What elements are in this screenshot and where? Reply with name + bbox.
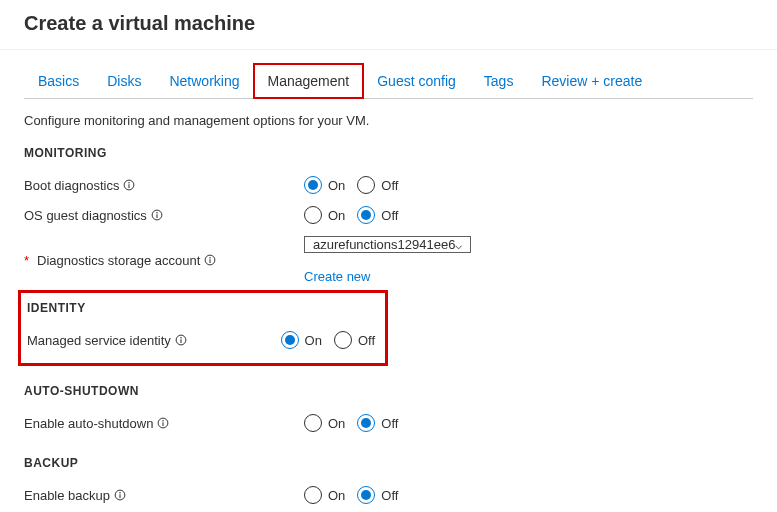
diagnostics-storage-dropdown[interactable]: azurefunctions12941ee6 ⌵ [304,236,471,253]
radio-off-label: Off [358,333,375,348]
msi-off-radio[interactable]: Off [334,331,375,349]
svg-point-10 [180,337,182,339]
row-auto-shutdown: Enable auto-shutdown On Off [24,408,753,438]
required-indicator: * [24,253,29,268]
boot-diagnostics-label: Boot diagnostics [24,178,119,193]
auto-shutdown-label: Enable auto-shutdown [24,416,153,431]
svg-rect-17 [119,494,120,498]
info-icon[interactable] [204,254,216,266]
info-icon[interactable] [114,489,126,501]
row-managed-service-identity: Managed service identity On Off [21,325,375,355]
svg-rect-11 [180,339,181,343]
diagnostics-storage-label: Diagnostics storage account [37,253,200,268]
msi-on-radio[interactable]: On [281,331,322,349]
section-header-backup: BACKUP [24,456,753,470]
tab-disks[interactable]: Disks [93,64,155,98]
tab-guest-config[interactable]: Guest config [363,64,470,98]
tab-basics[interactable]: Basics [24,64,93,98]
tab-description: Configure monitoring and management opti… [24,113,753,128]
os-guest-off-radio[interactable]: Off [357,206,398,224]
info-icon[interactable] [175,334,187,346]
identity-highlight: IDENTITY Managed service identity On Off [18,290,388,366]
backup-off-radio[interactable]: Off [357,486,398,504]
svg-point-16 [119,492,121,494]
tabs: Basics Disks Networking Management Guest… [24,64,753,99]
msi-label: Managed service identity [27,333,171,348]
section-header-monitoring: MONITORING [24,146,753,160]
radio-on-label: On [328,178,345,193]
row-diagnostics-storage: * Diagnostics storage account azurefunct… [24,230,753,290]
os-guest-diagnostics-label: OS guest diagnostics [24,208,147,223]
row-os-guest-diagnostics: OS guest diagnostics On Off [24,200,753,230]
info-icon[interactable] [151,209,163,221]
boot-diag-off-radio[interactable]: Off [357,176,398,194]
auto-shutdown-on-radio[interactable]: On [304,414,345,432]
section-header-auto-shutdown: AUTO-SHUTDOWN [24,384,753,398]
svg-rect-8 [210,259,211,263]
section-header-identity: IDENTITY [21,301,375,315]
tab-networking[interactable]: Networking [155,64,253,98]
radio-off-label: Off [381,416,398,431]
svg-rect-5 [156,214,157,218]
tab-tags[interactable]: Tags [470,64,528,98]
info-icon[interactable] [157,417,169,429]
backup-label: Enable backup [24,488,110,503]
page-title: Create a virtual machine [0,0,777,50]
dropdown-value: azurefunctions12941ee6 [313,237,455,252]
radio-on-label: On [328,208,345,223]
tab-management[interactable]: Management [254,64,364,98]
info-icon[interactable] [123,179,135,191]
radio-off-label: Off [381,488,398,503]
tab-review-create[interactable]: Review + create [527,64,656,98]
create-new-link[interactable]: Create new [304,269,370,284]
radio-off-label: Off [381,178,398,193]
radio-on-label: On [328,488,345,503]
svg-rect-14 [163,422,164,426]
row-backup: Enable backup On Off [24,480,753,510]
backup-on-radio[interactable]: On [304,486,345,504]
boot-diag-on-radio[interactable]: On [304,176,345,194]
row-boot-diagnostics: Boot diagnostics On Off [24,170,753,200]
svg-point-1 [129,182,131,184]
radio-off-label: Off [381,208,398,223]
svg-point-7 [210,257,212,259]
radio-on-label: On [328,416,345,431]
os-guest-on-radio[interactable]: On [304,206,345,224]
auto-shutdown-off-radio[interactable]: Off [357,414,398,432]
radio-on-label: On [305,333,322,348]
svg-point-4 [156,212,158,214]
chevron-down-icon: ⌵ [455,238,462,252]
svg-rect-2 [129,184,130,188]
svg-point-13 [163,420,165,422]
